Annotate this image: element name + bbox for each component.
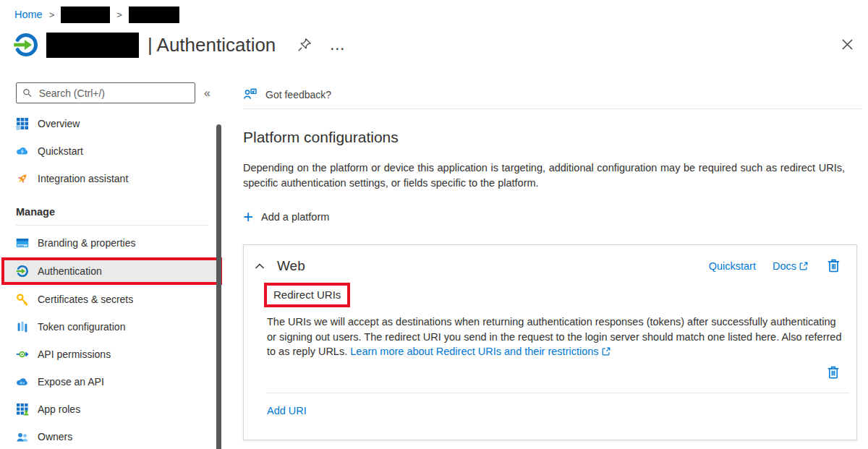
svg-text:www: www bbox=[18, 244, 24, 247]
quickstart-cloud-icon bbox=[16, 145, 29, 158]
web-docs-label: Docs bbox=[773, 260, 796, 272]
uri-row-divider bbox=[267, 393, 849, 393]
sidebar-item-label: Integration assistant bbox=[38, 173, 128, 184]
cloud-icon bbox=[16, 375, 29, 388]
toolbar-divider bbox=[243, 108, 862, 109]
sidebar-item-label: Branding & properties bbox=[38, 237, 135, 249]
page-title: | Authentication bbox=[148, 34, 276, 56]
authentication-icon bbox=[16, 265, 29, 278]
external-link-icon bbox=[799, 261, 809, 271]
sidebar-scrollbar[interactable] bbox=[216, 124, 221, 449]
redacted-app-name bbox=[46, 33, 139, 58]
breadcrumb-home-link[interactable]: Home bbox=[14, 9, 43, 20]
browser-window-icon: www bbox=[16, 236, 29, 249]
sidebar-item-label: Certificates & secrets bbox=[38, 294, 133, 305]
sidebar-item-quickstart[interactable]: Quickstart bbox=[0, 138, 224, 164]
sidebar-item-label: Token configuration bbox=[38, 321, 125, 333]
plus-icon: + bbox=[243, 210, 253, 223]
web-docs-link[interactable]: Docs bbox=[773, 260, 809, 272]
add-a-platform-label: Add a platform bbox=[261, 211, 329, 223]
sidebar-search-box[interactable] bbox=[16, 82, 195, 103]
web-quickstart-link[interactable]: Quickstart bbox=[709, 260, 756, 272]
pin-icon[interactable] bbox=[296, 36, 313, 54]
redacted-breadcrumb-item bbox=[129, 7, 179, 23]
app-roles-icon bbox=[16, 403, 29, 416]
sidebar: « Overview Quickstart bbox=[0, 82, 224, 449]
sidebar-item-label: Overview bbox=[38, 118, 80, 129]
sidebar-item-label: API permissions bbox=[38, 348, 111, 360]
more-options-icon[interactable]: … bbox=[329, 41, 345, 48]
main-content: Got feedback? Platform configurations De… bbox=[243, 81, 862, 440]
people-icon bbox=[16, 430, 29, 443]
sidebar-item-label: Quickstart bbox=[38, 145, 83, 157]
feedback-icon bbox=[243, 87, 258, 102]
sidebar-item-expose-an-api[interactable]: Expose an API bbox=[0, 369, 224, 395]
delete-uri-icon[interactable] bbox=[825, 364, 841, 380]
api-permissions-icon bbox=[16, 348, 29, 361]
close-icon[interactable] bbox=[839, 36, 855, 52]
platform-configurations-heading: Platform configurations bbox=[243, 129, 862, 146]
sidebar-divider bbox=[16, 225, 208, 226]
page-header: | Authentication … bbox=[13, 29, 854, 61]
sidebar-section-manage: Manage bbox=[16, 206, 224, 218]
sidebar-item-token-configuration[interactable]: Token configuration bbox=[0, 314, 224, 340]
chevron-up-icon[interactable] bbox=[255, 262, 265, 270]
web-card-title: Web bbox=[277, 258, 305, 274]
web-platform-card: Web Quickstart Docs Redirect URIs The UR… bbox=[243, 244, 857, 440]
sidebar-item-overview[interactable]: Overview bbox=[0, 111, 224, 137]
external-link-icon bbox=[601, 346, 611, 356]
redirect-uris-heading: Redirect URIs bbox=[264, 283, 350, 307]
sidebar-item-authentication[interactable]: Authentication bbox=[1, 257, 222, 285]
sidebar-item-api-permissions[interactable]: API permissions bbox=[0, 341, 224, 367]
sidebar-nav: Overview Quickstart bbox=[0, 111, 224, 449]
sidebar-item-integration-assistant[interactable]: Integration assistant bbox=[0, 166, 224, 192]
rocket-icon bbox=[16, 172, 29, 185]
sidebar-item-owners[interactable]: Owners bbox=[0, 424, 224, 449]
sidebar-item-label: App roles bbox=[38, 403, 80, 415]
redirect-uris-description: The URIs we will accept as destinations … bbox=[267, 315, 842, 359]
sidebar-item-label: Owners bbox=[38, 431, 72, 442]
sidebar-item-app-roles[interactable]: App roles bbox=[0, 396, 224, 422]
got-feedback-label: Got feedback? bbox=[265, 89, 331, 101]
redirect-uri-row bbox=[244, 359, 856, 393]
collapse-sidebar-icon[interactable]: « bbox=[204, 87, 210, 100]
sidebar-item-label: Expose an API bbox=[38, 376, 104, 388]
platform-configurations-description: Depending on the platform or device this… bbox=[243, 161, 845, 191]
breadcrumb-separator: > bbox=[49, 9, 55, 20]
search-icon bbox=[22, 87, 33, 98]
delete-web-platform-icon[interactable] bbox=[825, 257, 842, 274]
redacted-breadcrumb-item bbox=[61, 7, 110, 23]
got-feedback-button[interactable]: Got feedback? bbox=[243, 81, 862, 108]
learn-more-redirect-uris-link[interactable]: Learn more about Redirect URIs and their… bbox=[350, 344, 610, 359]
add-a-platform-button[interactable]: + Add a platform bbox=[243, 210, 329, 223]
app-registration-icon bbox=[13, 32, 39, 58]
overview-grid-icon bbox=[16, 117, 29, 130]
breadcrumb-separator: > bbox=[116, 9, 122, 20]
sliders-icon bbox=[16, 320, 29, 333]
search-input[interactable] bbox=[38, 87, 189, 100]
key-icon bbox=[16, 293, 29, 306]
sidebar-item-label: Authentication bbox=[38, 265, 102, 277]
sidebar-item-certificates-secrets[interactable]: Certificates & secrets bbox=[0, 286, 224, 312]
breadcrumb: Home > > bbox=[14, 6, 179, 23]
sidebar-item-branding-properties[interactable]: www Branding & properties bbox=[0, 230, 224, 256]
add-uri-button[interactable]: Add URI bbox=[267, 405, 307, 416]
